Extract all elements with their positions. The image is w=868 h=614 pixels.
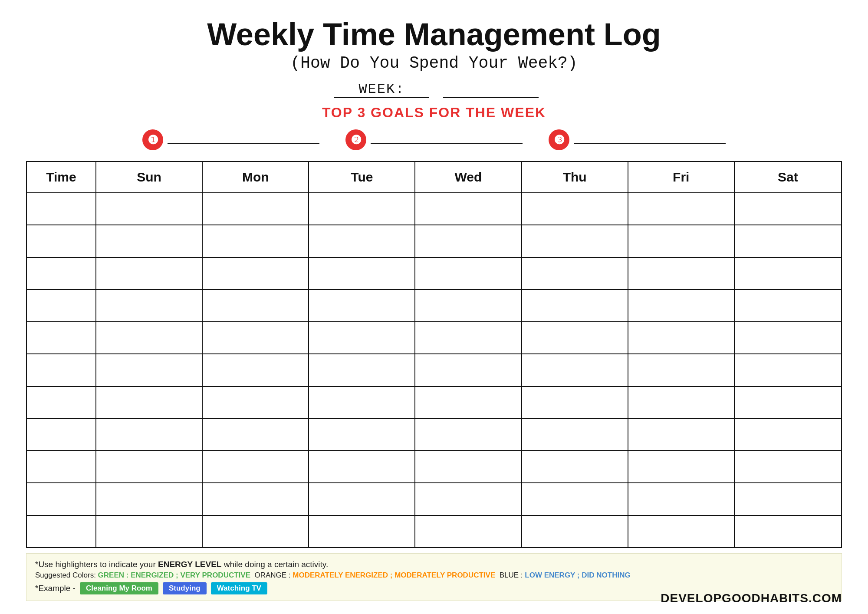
cell-wed[interactable] <box>415 322 522 353</box>
cell-fri[interactable] <box>628 419 735 450</box>
cell-time[interactable] <box>27 451 96 482</box>
cell-mon[interactable] <box>203 387 309 418</box>
cell-fri[interactable] <box>628 354 735 386</box>
goal-number-1: ❶ <box>142 129 163 150</box>
cell-sat[interactable] <box>735 225 841 257</box>
cell-thu[interactable] <box>522 387 628 418</box>
week-label: WEEK: <box>334 81 429 98</box>
cell-tue[interactable] <box>309 225 415 257</box>
cell-sun[interactable] <box>96 451 203 482</box>
cell-mon[interactable] <box>203 483 309 515</box>
footer-blue-sep: BLUE : <box>497 571 525 579</box>
cell-sat[interactable] <box>735 419 841 450</box>
goal-line-1 <box>168 135 319 144</box>
cell-sun[interactable] <box>96 290 203 321</box>
cell-wed[interactable] <box>415 354 522 386</box>
cell-sun[interactable] <box>96 193 203 224</box>
cell-tue[interactable] <box>309 258 415 289</box>
cell-sat[interactable] <box>735 387 841 418</box>
cell-time[interactable] <box>27 354 96 386</box>
cell-fri[interactable] <box>628 483 735 515</box>
cell-time[interactable] <box>27 322 96 353</box>
cell-thu[interactable] <box>522 322 628 353</box>
cell-fri[interactable] <box>628 258 735 289</box>
cell-tue[interactable] <box>309 290 415 321</box>
cell-thu[interactable] <box>522 258 628 289</box>
cell-fri[interactable] <box>628 451 735 482</box>
cell-wed[interactable] <box>415 516 522 547</box>
cell-mon[interactable] <box>203 225 309 257</box>
cell-sun[interactable] <box>96 483 203 515</box>
cell-sun[interactable] <box>96 322 203 353</box>
cell-tue[interactable] <box>309 451 415 482</box>
table-body <box>27 193 841 547</box>
cell-wed[interactable] <box>415 419 522 450</box>
cell-thu[interactable] <box>522 290 628 321</box>
cell-time[interactable] <box>27 290 96 321</box>
cell-wed[interactable] <box>415 290 522 321</box>
cell-sun[interactable] <box>96 225 203 257</box>
cell-thu[interactable] <box>522 483 628 515</box>
cell-fri[interactable] <box>628 193 735 224</box>
cell-mon[interactable] <box>203 193 309 224</box>
cell-wed[interactable] <box>415 387 522 418</box>
cell-sat[interactable] <box>735 516 841 547</box>
cell-time[interactable] <box>27 193 96 224</box>
cell-tue[interactable] <box>309 354 415 386</box>
cell-sat[interactable] <box>735 451 841 482</box>
cell-wed[interactable] <box>415 451 522 482</box>
cell-time[interactable] <box>27 483 96 515</box>
cell-tue[interactable] <box>309 483 415 515</box>
cell-tue[interactable] <box>309 387 415 418</box>
cell-wed[interactable] <box>415 483 522 515</box>
cell-mon[interactable] <box>203 258 309 289</box>
cell-sun[interactable] <box>96 516 203 547</box>
cell-sat[interactable] <box>735 322 841 353</box>
cell-sun[interactable] <box>96 419 203 450</box>
cell-tue[interactable] <box>309 193 415 224</box>
cell-sun[interactable] <box>96 387 203 418</box>
cell-thu[interactable] <box>522 419 628 450</box>
cell-time[interactable] <box>27 258 96 289</box>
cell-mon[interactable] <box>203 451 309 482</box>
cell-wed[interactable] <box>415 258 522 289</box>
cell-sat[interactable] <box>735 290 841 321</box>
cell-mon[interactable] <box>203 290 309 321</box>
cell-thu[interactable] <box>522 354 628 386</box>
footer-blue: LOW ENERGY ; DID NOTHING <box>525 571 630 579</box>
cell-wed[interactable] <box>415 225 522 257</box>
table-row <box>27 516 841 547</box>
cell-sat[interactable] <box>735 193 841 224</box>
cell-tue[interactable] <box>309 516 415 547</box>
footer-line2: Suggested Colors: GREEN : ENERGIZED ; VE… <box>35 571 833 580</box>
cell-sat[interactable] <box>735 258 841 289</box>
cell-thu[interactable] <box>522 516 628 547</box>
cell-fri[interactable] <box>628 516 735 547</box>
cell-mon[interactable] <box>203 322 309 353</box>
goal-line-3 <box>574 135 726 144</box>
cell-fri[interactable] <box>628 387 735 418</box>
cell-sun[interactable] <box>96 258 203 289</box>
footer-text-highlight: ENERGY LEVEL <box>158 560 221 569</box>
cell-mon[interactable] <box>203 516 309 547</box>
cell-thu[interactable] <box>522 451 628 482</box>
cell-time[interactable] <box>27 516 96 547</box>
cell-tue[interactable] <box>309 322 415 353</box>
cell-time[interactable] <box>27 225 96 257</box>
goal-item-3: ❸ <box>549 129 726 150</box>
cell-time[interactable] <box>27 419 96 450</box>
cell-fri[interactable] <box>628 225 735 257</box>
cell-fri[interactable] <box>628 322 735 353</box>
cell-time[interactable] <box>27 387 96 418</box>
cell-fri[interactable] <box>628 290 735 321</box>
cell-mon[interactable] <box>203 354 309 386</box>
cell-thu[interactable] <box>522 193 628 224</box>
col-sun: Sun <box>96 162 203 192</box>
cell-sat[interactable] <box>735 483 841 515</box>
cell-mon[interactable] <box>203 419 309 450</box>
cell-wed[interactable] <box>415 193 522 224</box>
cell-sun[interactable] <box>96 354 203 386</box>
cell-tue[interactable] <box>309 419 415 450</box>
cell-sat[interactable] <box>735 354 841 386</box>
cell-thu[interactable] <box>522 225 628 257</box>
